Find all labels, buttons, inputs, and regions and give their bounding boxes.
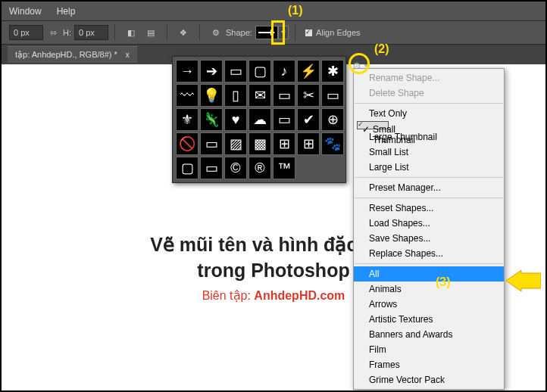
close-icon[interactable]: x — [126, 51, 130, 59]
shape-swatch[interactable]: ▭ — [273, 84, 295, 107]
shape-swatch[interactable]: ▢ — [248, 60, 271, 82]
shape-swatch[interactable]: ➔ — [200, 60, 223, 82]
menu-preset-manager[interactable]: Preset Manager... — [354, 180, 504, 195]
shape-swatch[interactable]: 🦎 — [200, 108, 223, 131]
link-icon[interactable]: ⬄ — [46, 26, 60, 39]
menu-save-shapes[interactable]: Save Shapes... — [354, 231, 504, 246]
shape-swatch[interactable]: ▭ — [273, 108, 295, 131]
menu-small-list[interactable]: Small List — [354, 145, 504, 160]
shape-swatch[interactable]: ♪ — [273, 60, 295, 82]
menu-help[interactable]: Help — [57, 6, 76, 17]
menu-frames[interactable]: Frames — [354, 357, 504, 372]
document-tab[interactable]: tập: AnhdepHD., RGB/8#) * x — [8, 46, 137, 63]
menu-replace-shapes[interactable]: Replace Shapes... — [354, 246, 504, 261]
gear-icon[interactable]: ⚙ — [209, 26, 223, 39]
shape-picker-panel: →➔▭▢♪⚡✱〰💡▯✉▭✂▭⚜🦎♥☁▭✔⊕🚫▭▨▩⊞⊞🐾▢▭©®™ — [172, 56, 346, 183]
menu-large-list[interactable]: Large List — [354, 160, 504, 175]
annotation-1: (1) — [288, 4, 303, 17]
menubar: Window Help — [2, 2, 545, 20]
stack-icon[interactable]: ❖ — [177, 26, 190, 39]
fill-icon[interactable]: ◧ — [124, 26, 138, 39]
shape-swatch[interactable]: ⚡ — [297, 60, 320, 82]
menu-arrows[interactable]: Arrows — [354, 297, 504, 312]
shape-swatch[interactable]: 💡 — [200, 84, 223, 107]
shape-swatch[interactable]: ▩ — [248, 132, 271, 155]
shape-swatch[interactable]: © — [224, 157, 247, 179]
align-icon[interactable]: ▤ — [144, 26, 158, 39]
height-input[interactable] — [74, 25, 108, 40]
menu-window[interactable]: Window — [9, 6, 42, 17]
shape-swatch[interactable]: ▯ — [224, 84, 247, 107]
menu-small-thumbnail[interactable]: Small Thumbnail — [357, 121, 389, 129]
shape-swatch[interactable]: ✉ — [248, 84, 271, 107]
tab-title: tập: AnhdepHD., RGB/8#) * — [15, 50, 117, 59]
shape-preview[interactable] — [255, 26, 278, 39]
shape-swatch[interactable]: ✔ — [297, 108, 320, 131]
shape-swatch[interactable]: ▨ — [224, 132, 247, 155]
shape-label: Shape: — [226, 28, 252, 37]
menu-large-thumbnail[interactable]: Large Thumbnail — [354, 129, 504, 145]
menu-banners-awards[interactable]: Banners and Awards — [354, 327, 504, 342]
align-edges-checkbox[interactable] — [305, 29, 313, 37]
shape-swatch[interactable]: ⚜ — [176, 108, 198, 131]
shape-swatch[interactable]: ▭ — [321, 84, 344, 107]
menu-text-only[interactable]: Text Only — [354, 106, 504, 121]
arrow-indicator-icon — [506, 270, 541, 291]
menu-delete-shape[interactable]: Delete Shape — [354, 86, 504, 101]
menu-animals[interactable]: Animals — [354, 282, 504, 297]
annotation-3: (3) — [436, 275, 451, 289]
shape-swatch[interactable]: ⊞ — [297, 132, 320, 155]
shape-swatch[interactable]: ⊕ — [321, 108, 344, 131]
shape-context-menu: Rename Shape... Delete Shape Text Only S… — [353, 68, 505, 390]
menu-grime-vector[interactable]: Grime Vector Pack — [354, 372, 504, 387]
height-label: H: — [63, 28, 71, 37]
shape-swatch[interactable]: ♥ — [224, 108, 247, 131]
shape-swatch[interactable]: ™ — [273, 157, 295, 179]
shape-swatch[interactable]: ▢ — [176, 157, 198, 179]
shape-swatch[interactable]: ® — [248, 157, 271, 179]
shape-swatch[interactable]: 〰 — [176, 84, 198, 107]
shape-swatch[interactable]: ✂ — [297, 84, 320, 107]
menu-load-shapes[interactable]: Load Shapes... — [354, 216, 504, 231]
shape-swatch[interactable]: ⊞ — [273, 132, 295, 155]
menu-rename-shape[interactable]: Rename Shape... — [354, 70, 504, 86]
shape-swatch[interactable]: → — [176, 60, 198, 82]
menu-reset-shapes[interactable]: Reset Shapes... — [354, 201, 504, 216]
annotation-2: (2) — [374, 42, 389, 56]
shape-swatch[interactable]: ▭ — [200, 157, 223, 179]
align-edges-label: Align Edges — [316, 28, 361, 37]
shape-swatch[interactable]: 🚫 — [176, 132, 198, 155]
options-bar: ⬄ H: ◧ ▤ ❖ ⚙ Shape: Align Edges — [2, 20, 545, 45]
menu-artistic-textures[interactable]: Artistic Textures — [354, 312, 504, 327]
shape-dropdown-button[interactable] — [278, 26, 289, 39]
shape-swatch[interactable]: ▭ — [200, 132, 223, 155]
width-input[interactable] — [9, 25, 43, 40]
menu-all[interactable]: All — [354, 266, 504, 282]
shape-swatch[interactable]: 🐾 — [321, 132, 344, 155]
menu-film[interactable]: Film — [354, 342, 504, 357]
shape-swatch[interactable]: ✱ — [321, 60, 344, 82]
shape-swatch[interactable]: ▭ — [224, 60, 247, 82]
shape-swatch[interactable]: ☁ — [248, 108, 271, 131]
